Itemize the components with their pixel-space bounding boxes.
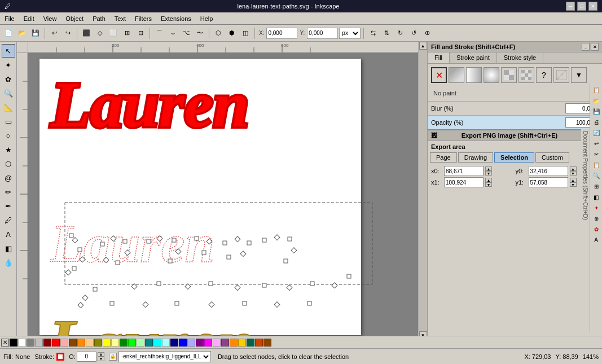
menu-filters[interactable]: Filters [130,14,156,23]
color-brown[interactable] [263,339,271,347]
right-icon-13[interactable]: ⊕ [591,213,601,223]
tab-stroke-style[interactable]: Stroke style [497,52,543,63]
color-lightcyan[interactable] [162,339,170,347]
x-input[interactable] [266,28,297,39]
tool-tweak[interactable]: ✿ [2,72,15,86]
paint-mesh-btn[interactable] [501,67,517,83]
right-icon-9[interactable]: 🔍 [591,170,601,181]
lock-btn[interactable]: 🔒 [109,353,117,361]
node-tool-btn[interactable]: ◇ [94,27,106,40]
right-icon-4[interactable]: 🖨 [591,117,601,127]
color-gray2[interactable] [35,339,43,347]
opacity-value-input[interactable] [77,352,96,362]
color-lightblue[interactable] [187,339,195,347]
y-input[interactable] [307,28,338,39]
color-darkyellow[interactable] [94,339,102,347]
node-join-btn[interactable]: ⌣ [166,27,179,40]
tool-star[interactable]: ★ [2,143,15,156]
color-orange[interactable] [77,339,85,347]
tool-select[interactable]: ↖ [2,44,15,58]
x0-spin-up[interactable]: ▲ [485,166,492,171]
x1-input[interactable] [444,177,484,187]
color-yellow[interactable] [103,339,111,347]
select-tool-btn[interactable]: ⬛ [80,27,93,40]
tool-pencil[interactable]: ✏ [2,185,15,199]
scroll-track-v[interactable] [419,50,427,331]
paint-swatch-btn[interactable]: ▼ [571,67,587,83]
tool-spiral[interactable]: @ [2,171,15,185]
export-tab-custom[interactable]: Custom [535,152,569,163]
object-props-btn[interactable]: ⊕ [421,27,433,40]
tab-fill[interactable]: Fill [428,52,450,63]
rotate-cw-btn[interactable]: ↻ [394,27,406,40]
snap-btn[interactable]: ⬢ [226,27,238,40]
y1-input[interactable] [529,177,568,187]
menu-text[interactable]: Text [110,14,130,23]
export-tab-selection[interactable]: Selection [494,152,534,163]
tool-calligraphy[interactable]: 🖊 [2,213,15,227]
align-btn[interactable]: ◫ [239,27,252,40]
x1-spin-up[interactable]: ▲ [485,178,492,182]
tool-dropper[interactable]: 💧 [2,256,15,269]
color-blue[interactable] [179,339,187,347]
paint-radial-btn[interactable] [484,67,499,83]
paint-linear-btn[interactable] [466,67,482,83]
color-darkcyan[interactable] [145,339,153,347]
undo-button[interactable]: ↩ [48,27,60,40]
color-gold[interactable] [238,339,246,347]
rotate-ccw-btn[interactable]: ↺ [407,27,420,40]
fill-stroke-minimize-btn[interactable]: _ [582,43,590,51]
color-lightred[interactable] [60,339,68,347]
color-white[interactable] [18,339,26,347]
color-black[interactable] [10,339,17,347]
y0-spin-down[interactable]: ▼ [570,171,577,176]
menu-path[interactable]: Path [88,14,110,23]
color-amber[interactable] [230,339,238,347]
tab-stroke-paint[interactable]: Stroke paint [450,52,497,63]
menu-view[interactable]: View [39,14,61,23]
redo-button[interactable]: ↪ [61,27,74,40]
paint-unknown-btn[interactable]: ? [536,67,552,83]
color-red[interactable] [52,339,60,347]
opacity-spin-down-status[interactable]: ▼ [98,357,104,361]
paint-unset-btn[interactable] [553,67,569,83]
paint-flat-btn[interactable] [449,67,464,83]
color-burnt[interactable] [255,339,263,347]
paint-pattern-btn[interactable] [518,67,534,83]
new-button[interactable]: 📄 [2,27,15,40]
right-icon-14[interactable]: ✿ [591,224,601,234]
right-icon-15[interactable]: A [591,235,601,245]
right-icon-5[interactable]: 🔄 [591,128,601,138]
export-tab-drawing[interactable]: Drawing [458,152,493,163]
x1-spin-down[interactable]: ▼ [485,182,492,187]
x0-input[interactable] [444,166,484,176]
right-icon-8[interactable]: 📋 [591,160,601,170]
color-teal[interactable] [247,339,254,347]
unit-select[interactable]: px mm in [339,28,361,39]
right-icon-7[interactable]: ✂ [591,149,601,159]
y0-input[interactable] [529,166,568,176]
fill-stroke-close-btn[interactable]: ✕ [591,43,599,51]
color-cyan[interactable] [153,339,161,347]
paint-none-btn[interactable]: ✕ [431,67,447,83]
close-button[interactable]: ✕ [588,2,597,11]
tool-rect[interactable]: ▭ [2,115,15,128]
save-button[interactable]: 💾 [29,27,42,40]
opacity-input[interactable] [565,117,591,128]
node-break-btn[interactable]: ⌒ [153,27,165,40]
flip-h-btn[interactable]: ⇆ [367,27,379,40]
right-icon-3[interactable]: 💾 [591,106,601,116]
open-button[interactable]: 📂 [16,27,28,40]
tool-3d[interactable]: ⬡ [2,157,15,170]
group-btn[interactable]: ⊞ [121,27,133,40]
opacity-spin-up-status[interactable]: ▲ [98,352,104,357]
color-darkred[interactable] [43,339,51,347]
color-green[interactable] [128,339,136,347]
tool-measure[interactable]: 📐 [2,100,15,114]
color-gray1[interactable] [27,339,34,347]
right-icon-6[interactable]: ↩ [591,138,601,148]
flip-v-btn[interactable]: ⇅ [380,27,393,40]
color-magenta[interactable] [204,339,212,347]
tool-ellipse[interactable]: ○ [2,129,15,142]
color-lightgreen[interactable] [137,339,144,347]
